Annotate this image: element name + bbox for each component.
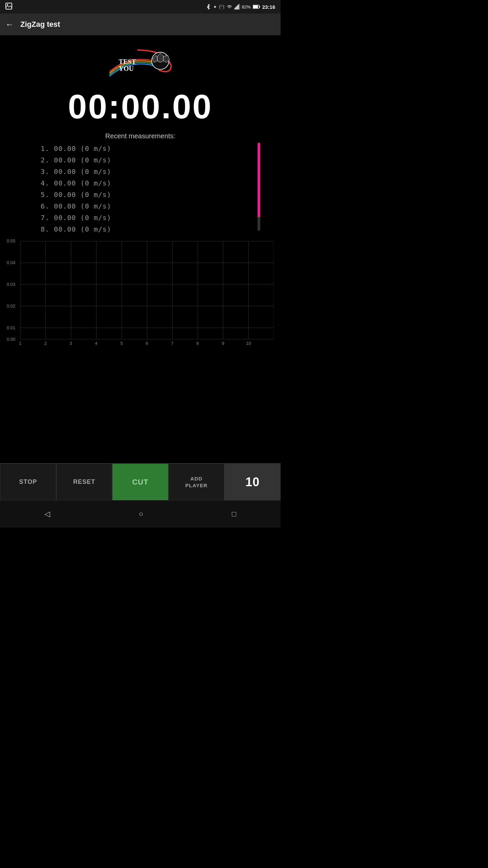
measurement-list: 1. 00.00 (0 m/s)2. 00.00 (0 m/s)3. 00.00… [41,143,253,235]
vibrate-icon: 📳 [219,4,224,9]
status-icons: ✦ 📳 82% 23:16 [206,4,275,10]
svg-text:0.05: 0.05 [7,238,15,243]
svg-rect-0 [6,3,12,9]
top-bar: ← ZigZag test [0,14,281,35]
svg-text:9: 9 [222,341,224,346]
status-bar: ✦ 📳 82% 23:16 [0,0,281,14]
chart-area: 0.05 0.04 0.03 0.02 0.01 0.00 1 2 3 4 5 … [7,238,274,347]
list-item: 5. 00.00 (0 m/s) [41,189,253,200]
list-item: 1. 00.00 (0 m/s) [41,143,253,154]
measurements-container: 1. 00.00 (0 m/s)2. 00.00 (0 m/s)3. 00.00… [0,143,281,235]
scroll-bar[interactable] [258,143,260,231]
svg-rect-9 [253,5,258,8]
svg-text:0.02: 0.02 [7,303,15,309]
reset-button[interactable]: RESET [56,463,113,500]
signal-icon [235,4,240,9]
list-item: 8. 00.00 (0 m/s) [41,223,253,235]
svg-text:0.01: 0.01 [7,325,15,330]
svg-text:3: 3 [70,341,72,346]
chart-svg: 0.05 0.04 0.03 0.02 0.01 0.00 1 2 3 4 5 … [7,238,274,347]
list-item: 7. 00.00 (0 m/s) [41,212,253,223]
bottom-buttons: STOP RESET CUT ADD PLAYER 10 [0,463,281,500]
svg-text:1: 1 [19,341,21,346]
nav-recent-button[interactable]: □ [232,510,236,518]
svg-text:TEST: TEST [119,58,136,65]
measurements-label: Recent measurements: [0,127,281,143]
svg-rect-3 [236,7,236,9]
bluetooth-icon-text: ✦ [213,4,217,9]
svg-rect-5 [238,5,238,9]
wifi-icon [226,4,232,9]
svg-text:7: 7 [171,341,174,346]
svg-rect-4 [237,6,237,9]
svg-rect-8 [259,6,260,7]
stop-button[interactable]: STOP [0,463,56,500]
svg-text:4: 4 [95,341,97,346]
svg-text:8: 8 [197,341,199,346]
page-title: ZigZag test [20,20,60,29]
svg-text:0.04: 0.04 [7,260,15,265]
svg-text:5: 5 [120,341,123,346]
list-item: 2. 00.00 (0 m/s) [41,154,253,166]
bluetooth-icon [206,4,211,9]
list-item: 3. 00.00 (0 m/s) [41,166,253,177]
battery-text: 82% [242,4,251,9]
nav-back-button[interactable]: ◁ [44,510,50,518]
svg-rect-2 [235,8,235,9]
timer-display: 00:00.00 [0,83,281,127]
add-player-button[interactable]: ADD PLAYER [168,463,225,500]
logo-image: TEST YOU [106,45,174,79]
status-time: 23:16 [262,4,275,10]
list-item: 4. 00.00 (0 m/s) [41,177,253,189]
list-item: 6. 00.00 (0 m/s) [41,200,253,212]
svg-text:0.03: 0.03 [7,282,15,287]
svg-text:6: 6 [146,341,148,346]
logo-area: TEST YOU [0,35,281,83]
svg-text:2: 2 [44,341,47,346]
cut-button[interactable]: CUT [112,463,168,500]
svg-point-1 [7,4,8,5]
battery-icon [253,4,260,9]
svg-rect-6 [239,4,239,9]
back-button[interactable]: ← [5,20,14,29]
number-button[interactable]: 10 [224,463,281,500]
nav-bar: ◁ ○ □ [0,500,281,528]
nav-home-button[interactable]: ○ [139,510,143,518]
scroll-thumb [258,143,260,217]
svg-text:0.00: 0.00 [7,337,15,342]
add-player-label: ADD PLAYER [185,475,207,489]
svg-text:YOU: YOU [119,65,134,72]
status-gallery-icon [5,3,12,11]
svg-text:10: 10 [246,341,251,346]
